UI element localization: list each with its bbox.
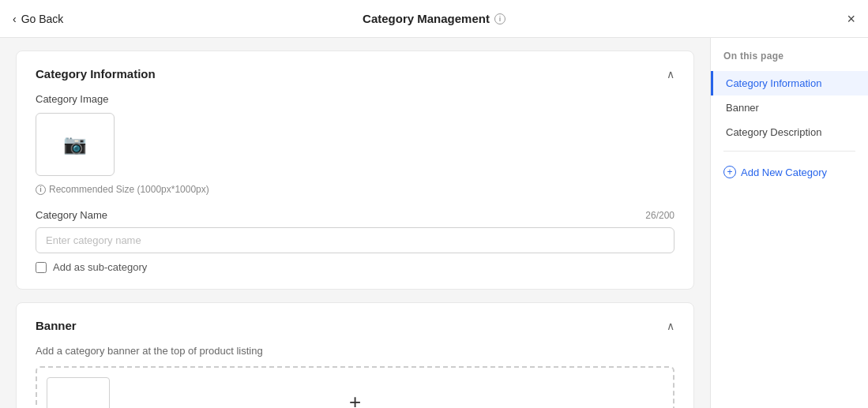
banner-plus-icon: + <box>349 390 361 408</box>
sidebar-item-banner[interactable]: Banner <box>711 95 868 120</box>
category-information-collapse-icon[interactable] <box>667 68 674 80</box>
camera-icon: 📷 <box>63 133 87 155</box>
category-information-title: Category Information <box>36 67 156 80</box>
image-upload-box[interactable]: 📷 <box>36 113 115 176</box>
sidebar-heading: On this page <box>711 51 868 71</box>
category-image-section: Category Image 📷 i Recommended Size (100… <box>36 93 674 195</box>
go-back-label: Go Back <box>21 13 64 25</box>
sidebar-item-category-information[interactable]: Category Information <box>711 71 868 95</box>
banner-card: Banner Add a category banner at the top … <box>16 302 694 408</box>
page-header: ‹ Go Back Category Management i × <box>0 0 868 38</box>
banner-inner-placeholder <box>47 377 110 408</box>
main-layout: Category Information Category Image 📷 i … <box>0 38 868 408</box>
page-title: Category Management <box>363 12 490 25</box>
add-new-category-button[interactable]: + Add New Category <box>711 158 868 186</box>
banner-title: Banner <box>36 319 77 332</box>
image-info-icon: i <box>36 185 46 195</box>
category-name-label: Category Name <box>36 209 107 221</box>
image-rec-size: i Recommended Size (1000px*1000px) <box>36 184 674 195</box>
sub-category-checkbox[interactable] <box>36 262 47 273</box>
page-title-container: Category Management i <box>363 12 505 25</box>
sidebar-item-category-description[interactable]: Category Description <box>711 120 868 144</box>
banner-card-header: Banner <box>36 319 674 332</box>
sub-category-row: Add as sub-category <box>36 261 674 273</box>
banner-collapse-icon[interactable] <box>667 320 674 332</box>
close-button[interactable]: × <box>847 12 855 26</box>
category-name-header: Category Name 26/200 <box>36 209 674 221</box>
back-arrow-icon: ‹ <box>13 13 17 25</box>
category-image-label: Category Image <box>36 93 674 105</box>
banner-description: Add a category banner at the top of prod… <box>36 345 674 357</box>
add-new-category-label: Add New Category <box>741 167 827 178</box>
sidebar-divider <box>723 151 855 152</box>
title-info-icon[interactable]: i <box>494 13 505 24</box>
sidebar: On this page Category Information Banner… <box>710 38 868 408</box>
category-name-section: Category Name 26/200 Add as sub-category <box>36 209 674 273</box>
category-name-char-count: 26/200 <box>645 210 674 221</box>
content-area: Category Information Category Image 📷 i … <box>0 38 710 408</box>
go-back-button[interactable]: ‹ Go Back <box>13 13 63 25</box>
category-name-input[interactable] <box>36 227 674 253</box>
sub-category-label: Add as sub-category <box>53 261 147 273</box>
category-information-card: Category Information Category Image 📷 i … <box>16 51 694 290</box>
add-category-plus-icon: + <box>723 166 736 178</box>
banner-upload-area[interactable]: + Add a category banner i Recommended Si… <box>36 366 674 408</box>
category-information-header: Category Information <box>36 67 674 80</box>
